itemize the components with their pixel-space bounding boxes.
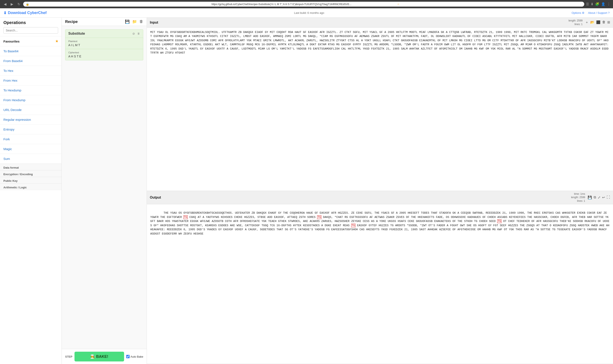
recipe-card-icons: ⊘ ⏸: [132, 32, 140, 35]
address-bar[interactable]: 🔒 https://gchq.github.io/CyberChef/#reci…: [23, 2, 584, 7]
refresh-button[interactable]: ↻: [16, 2, 22, 7]
help-icon: ?: [608, 11, 610, 14]
clear-recipe-button[interactable]: 🗑: [139, 19, 143, 24]
ciphertext-field: Ciphertext A H S T E: [65, 49, 143, 60]
browser-icon-group: ☰ ⬇ 🧩 👤 ⋮: [586, 2, 611, 6]
input-header: Input length: 2599 lines: 1 ＋ 📂 ⬛ 🗑 ⊞: [147, 18, 613, 28]
plaintext-value[interactable]: A I L M T: [68, 43, 140, 47]
output-highlight-3: TG: [497, 220, 502, 223]
profile-icon[interactable]: 👤: [601, 2, 605, 6]
output-section: Output time: 1ms length: 2599 lines: 1 💾…: [147, 191, 613, 364]
app-logo[interactable]: ⬇ Download CyberChef: [3, 11, 47, 15]
sidebar-item-fork[interactable]: Fork: [0, 134, 62, 144]
gear-icon: ⚙: [582, 11, 585, 14]
ciphertext-value[interactable]: A H S T E: [68, 55, 140, 58]
input-actions: ＋ 📂 ⬛ 🗑 ⊞: [585, 20, 610, 25]
about-label: About / Support: [588, 11, 607, 14]
output-save-icon[interactable]: 💾: [588, 195, 592, 199]
recipe-footer: STEP 🧑‍🍳 BAKE! Auto Bake: [62, 349, 147, 364]
sidebar-item-from-base64[interactable]: From Base64: [0, 56, 62, 66]
input-layout-icon[interactable]: ⊞: [607, 20, 610, 25]
output-text-between-1: CGKQ AT A YAOTHYWS KEHSOES CHEKE HGZZES,…: [188, 216, 317, 219]
input-paste-icon[interactable]: ⬛: [596, 20, 600, 25]
back-button[interactable]: ◀: [2, 2, 8, 7]
input-header-group: Input: [150, 21, 158, 25]
disable-icon[interactable]: ⊘: [132, 32, 135, 35]
star-icon: ★: [55, 39, 58, 43]
auto-bake-toggle[interactable]: Auto Bake: [126, 355, 143, 358]
sidebar-item-sum[interactable]: Sum: [0, 154, 62, 164]
output-highlight-4: TG: [351, 224, 355, 227]
output-time: time: 1ms: [574, 192, 585, 195]
sidebar-item-from-hexdump[interactable]: From Hexdump: [0, 95, 62, 105]
last-build-label: Last build: 6 months ago: [47, 11, 572, 14]
sidebar-item-entropy[interactable]: Entropy: [0, 125, 62, 134]
extensions-icon[interactable]: 🧩: [595, 2, 599, 6]
plaintext-label: Plaintext: [68, 40, 140, 42]
input-open-icon[interactable]: 📂: [590, 20, 595, 25]
menu-icon[interactable]: ⋮: [607, 2, 611, 6]
sidebar-section-public-key: Public Key: [0, 177, 62, 183]
output-highlight-2: TG: [317, 215, 321, 219]
sidebar-section-data-format: Data format: [0, 164, 62, 170]
options-label: Options: [572, 11, 581, 14]
sidebar-item-magic[interactable]: Magic: [0, 144, 62, 154]
app-header: ⬇ Download CyberChef Last build: 6 month…: [0, 8, 613, 18]
io-panel: Input length: 2599 lines: 1 ＋ 📂 ⬛ 🗑 ⊞: [147, 18, 613, 364]
input-clear-icon[interactable]: 🗑: [602, 20, 606, 25]
output-undo-icon[interactable]: ↩: [602, 195, 605, 199]
sidebar-section-arithmetic-logic: Arithmetic / Logic: [0, 183, 62, 190]
input-content[interactable]: MIT YSAU OL OYGFSBDGRTKFEKBHMGCALSOQTMIO…: [147, 28, 613, 191]
forward-button[interactable]: ▶: [9, 2, 14, 7]
output-length: length: 2599: [571, 196, 585, 199]
output-fullscreen-icon[interactable]: ⛶: [607, 195, 610, 199]
output-title: Output: [150, 195, 161, 199]
output-header-group: Output: [150, 195, 161, 199]
recipe-panel: Recipe 💾 📁 🗑 Substitute ⊘ ⏸ Plaintext A: [62, 18, 147, 364]
input-lines: lines: 1: [574, 23, 583, 26]
about-support-button[interactable]: About / Support ?: [588, 11, 610, 14]
sidebar: Operations Favourites ★ To Base64 From B…: [0, 18, 62, 364]
browser-chrome: ◀ ▶ ↻ 🔒 https://gchq.github.io/CyberChef…: [0, 0, 613, 8]
header-right: Options ⚙ About / Support ?: [572, 11, 610, 14]
pause-icon[interactable]: ⏸: [137, 32, 140, 35]
sidebar-item-to-hex[interactable]: To Hex: [0, 66, 62, 76]
output-content: THE YSAU OS OYGFSBDGREKFEKBHTGCASSOQETHO…: [147, 204, 613, 364]
sidebar-item-to-base64[interactable]: To Base64: [0, 46, 62, 56]
sidebar-item-regular-expression[interactable]: Regular expression: [0, 115, 62, 125]
output-copy-icon[interactable]: ⧉: [594, 195, 596, 199]
output-highlight-1: TG: [183, 215, 188, 219]
load-recipe-button[interactable]: 📁: [132, 19, 137, 24]
output-header: Output time: 1ms length: 2599 lines: 1 💾…: [147, 191, 613, 204]
sidebar-item-from-hex[interactable]: From Hex: [0, 76, 62, 85]
input-title: Input: [150, 21, 158, 25]
sidebar-item-to-hexdump[interactable]: To Hexdump: [0, 85, 62, 95]
sidebar-title: Operations: [3, 20, 58, 25]
input-section: Input length: 2599 lines: 1 ＋ 📂 ⬛ 🗑 ⊞: [147, 18, 613, 191]
sidebar-item-url-decode[interactable]: URL Decode: [0, 105, 62, 115]
sidebar-item-favourites[interactable]: Favourites ★: [0, 36, 62, 46]
auto-bake-checkbox[interactable]: [126, 355, 130, 358]
recipe-body: Substitute ⊘ ⏸ Plaintext A I L M T Ciphe…: [62, 26, 147, 349]
input-meta: length: 2599 lines: 1: [569, 19, 583, 26]
recipe-title: Recipe: [65, 20, 78, 24]
input-add-icon[interactable]: ＋: [585, 20, 588, 25]
output-expand-icon[interactable]: ⤢: [598, 195, 600, 199]
download-icon[interactable]: ⬇: [591, 2, 593, 6]
bake-button[interactable]: 🧑‍🍳 BAKE!: [74, 352, 124, 362]
output-actions: 💾 ⧉ ⤢ ↩ ⛶: [588, 195, 610, 199]
logo-label: Download CyberChef: [8, 11, 47, 15]
sidebar-items: Favourites ★ To Base64 From Base64 To He…: [0, 36, 62, 364]
auto-bake-text: Auto Bake: [130, 355, 143, 358]
output-meta-group: time: 1ms length: 2599 lines: 1 💾 ⧉ ⤢ ↩ …: [571, 192, 610, 203]
bookmarks-icon[interactable]: ☰: [586, 2, 589, 6]
recipe-card-title: Substitute: [68, 32, 85, 36]
input-meta-group: length: 2599 lines: 1 ＋ 📂 ⬛ 🗑 ⊞: [569, 19, 610, 26]
output-meta: time: 1ms length: 2599 lines: 1: [571, 192, 585, 203]
save-recipe-button[interactable]: 💾: [125, 19, 130, 24]
options-button[interactable]: Options ⚙: [572, 11, 585, 14]
ciphertext-label: Ciphertext: [68, 51, 140, 54]
main-layout: Operations Favourites ★ To Base64 From B…: [0, 18, 613, 364]
recipe-card-substitute: Substitute ⊘ ⏸ Plaintext A I L M T Ciphe…: [65, 29, 143, 60]
search-input[interactable]: [3, 27, 58, 34]
